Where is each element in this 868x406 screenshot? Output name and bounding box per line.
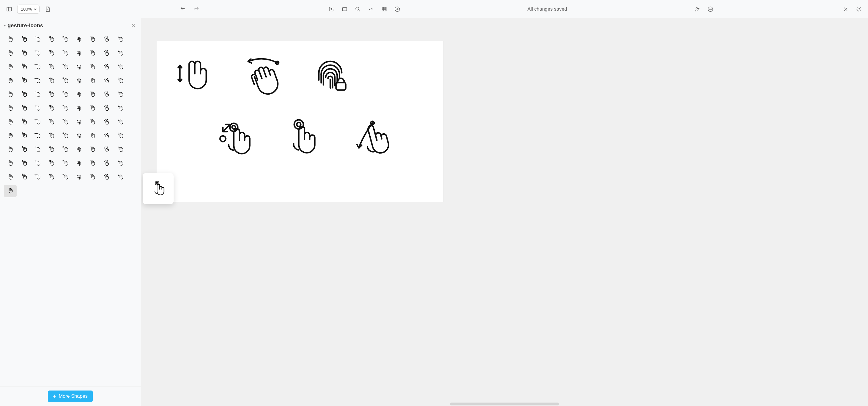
close-panel-icon[interactable]: ✕	[130, 21, 137, 30]
gesture-shape-item[interactable]	[4, 116, 17, 128]
panels-toggle-icon[interactable]	[4, 4, 14, 14]
gesture-shape-item[interactable]	[73, 143, 85, 156]
gesture-shape-item[interactable]	[73, 129, 85, 142]
gesture-shape-item[interactable]	[114, 171, 127, 183]
design-tools-icon[interactable]	[840, 4, 851, 14]
gesture-shape-item[interactable]	[87, 102, 99, 115]
gesture-shape-item[interactable]	[100, 157, 113, 170]
gesture-shape-item[interactable]	[4, 75, 17, 87]
gesture-shape-item[interactable]	[73, 116, 85, 128]
gesture-shape-item[interactable]	[87, 171, 99, 183]
gesture-shape-item[interactable]	[100, 88, 113, 101]
gesture-shape-item[interactable]	[45, 157, 58, 170]
gesture-shape-item[interactable]	[32, 61, 44, 74]
gesture-shape-item[interactable]	[4, 61, 17, 74]
gesture-shape-item[interactable]	[114, 102, 127, 115]
gesture-shape-item[interactable]	[73, 171, 85, 183]
gesture-shape-item[interactable]	[87, 33, 99, 46]
gesture-shape-item[interactable]	[45, 143, 58, 156]
gesture-shape-item[interactable]	[59, 129, 72, 142]
gesture-shape-item[interactable]	[114, 157, 127, 170]
gesture-shape-item[interactable]	[32, 88, 44, 101]
panel-header[interactable]: ▾ gesture-icons ✕	[0, 18, 141, 33]
gesture-shape-item[interactable]	[114, 75, 127, 87]
gesture-shape-item[interactable]	[4, 185, 17, 197]
gesture-shape-item[interactable]	[59, 61, 72, 74]
gesture-shape-item[interactable]	[73, 47, 85, 60]
gesture-shape-item[interactable]	[32, 171, 44, 183]
gesture-shape-item[interactable]	[114, 61, 127, 74]
gesture-shape-item[interactable]	[73, 75, 85, 87]
gesture-shape-item[interactable]	[73, 88, 85, 101]
collapse-caret-icon[interactable]: ▾	[4, 24, 6, 28]
gesture-shape-item[interactable]	[18, 33, 30, 46]
gesture-shape-item[interactable]	[100, 116, 113, 128]
gesture-shape-item[interactable]	[87, 61, 99, 74]
gesture-shape-item[interactable]	[32, 102, 44, 115]
gesture-shape-item[interactable]	[32, 75, 44, 87]
gesture-shape-item[interactable]	[59, 33, 72, 46]
gesture-shape-item[interactable]	[32, 143, 44, 156]
gesture-shape-item[interactable]	[4, 33, 17, 46]
gesture-shape-item[interactable]	[45, 75, 58, 87]
more-menu-icon[interactable]	[705, 4, 716, 14]
gesture-shape-item[interactable]	[32, 33, 44, 46]
shapes-scroll[interactable]	[0, 33, 141, 386]
gesture-shape-item[interactable]	[73, 33, 85, 46]
gesture-shape-item[interactable]	[4, 157, 17, 170]
gesture-shape-item[interactable]	[45, 116, 58, 128]
zoom-dropdown[interactable]: 100%	[17, 5, 39, 14]
gesture-shape-item[interactable]	[100, 61, 113, 74]
canvas-shape-pinch-zoom[interactable]	[214, 116, 257, 163]
gesture-shape-item[interactable]	[45, 171, 58, 183]
gesture-shape-item[interactable]	[59, 143, 72, 156]
gesture-shape-item[interactable]	[59, 171, 72, 183]
gesture-shape-item[interactable]	[45, 47, 58, 60]
gesture-shape-item[interactable]	[100, 143, 113, 156]
share-icon[interactable]	[692, 4, 703, 14]
gesture-shape-item[interactable]	[114, 33, 127, 46]
gesture-shape-item[interactable]	[59, 88, 72, 101]
gesture-shape-item[interactable]	[87, 88, 99, 101]
drawing-page[interactable]	[157, 41, 443, 202]
table-tool-icon[interactable]	[379, 4, 389, 14]
gesture-shape-item[interactable]	[4, 47, 17, 60]
canvas-area[interactable]	[141, 18, 868, 406]
canvas-horizontal-scrollbar[interactable]	[450, 403, 559, 405]
gesture-shape-item[interactable]	[73, 102, 85, 115]
canvas-shape-two-finger-scroll[interactable]	[174, 56, 211, 100]
gesture-shape-item[interactable]	[73, 61, 85, 74]
gesture-shape-item[interactable]	[59, 75, 72, 87]
gesture-shape-item[interactable]	[100, 75, 113, 87]
gesture-shape-item[interactable]	[100, 33, 113, 46]
gesture-shape-item[interactable]	[4, 143, 17, 156]
canvas-shape-swipe-down[interactable]	[352, 116, 395, 166]
gesture-shape-item[interactable]	[32, 157, 44, 170]
add-tool-icon[interactable]	[392, 4, 402, 14]
gesture-shape-item[interactable]	[45, 102, 58, 115]
gesture-shape-item[interactable]	[18, 75, 30, 87]
gesture-shape-item[interactable]	[45, 88, 58, 101]
gesture-shape-item[interactable]	[32, 129, 44, 142]
gesture-shape-item[interactable]	[18, 143, 30, 156]
gesture-shape-item[interactable]	[100, 47, 113, 60]
gesture-shape-item[interactable]	[45, 129, 58, 142]
gesture-shape-item[interactable]	[18, 171, 30, 183]
gesture-shape-item[interactable]	[18, 157, 30, 170]
rectangle-tool-icon[interactable]	[339, 4, 350, 14]
gesture-shape-item[interactable]	[18, 47, 30, 60]
gesture-shape-item[interactable]	[32, 116, 44, 128]
gesture-shape-item[interactable]	[100, 102, 113, 115]
gesture-shape-item[interactable]	[4, 102, 17, 115]
text-tool-icon[interactable]	[326, 4, 337, 14]
gesture-shape-item[interactable]	[45, 61, 58, 74]
gesture-shape-item[interactable]	[73, 157, 85, 170]
gesture-shape-item[interactable]	[59, 157, 72, 170]
gesture-shape-item[interactable]	[87, 75, 99, 87]
gesture-shape-item[interactable]	[18, 116, 30, 128]
gesture-shape-item[interactable]	[114, 47, 127, 60]
canvas-shape-single-tap[interactable]	[283, 116, 320, 163]
gesture-shape-item[interactable]	[59, 102, 72, 115]
gesture-shape-item[interactable]	[32, 47, 44, 60]
gesture-shape-item[interactable]	[18, 61, 30, 74]
